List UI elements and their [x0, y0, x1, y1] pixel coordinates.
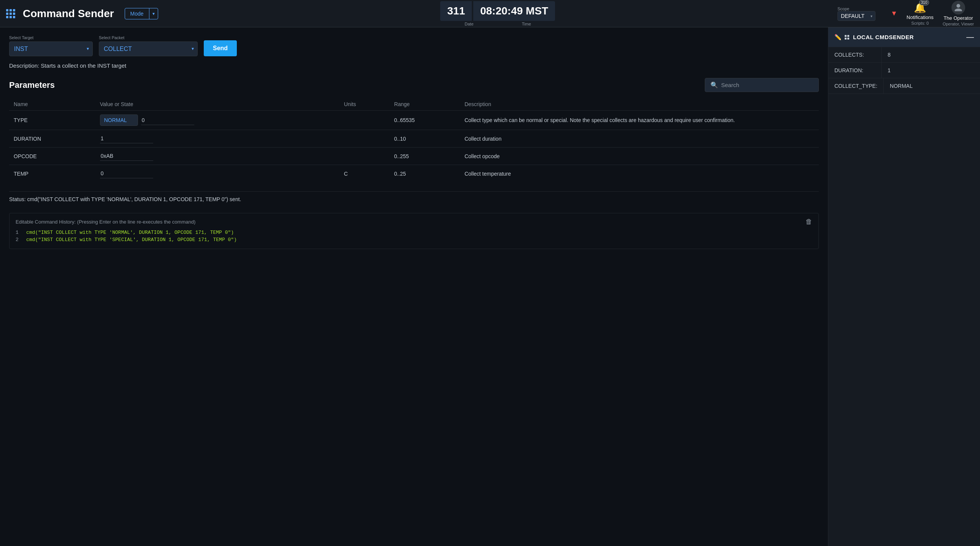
notification-badge: 310: [919, 0, 929, 5]
notifications-sub: Scripts: 0: [911, 21, 929, 25]
scope-wrapper[interactable]: DEFAULT ▾: [837, 11, 875, 21]
app-title: Command Sender: [23, 8, 114, 20]
command-history-line[interactable]: 2cmd("INST COLLECT with TYPE 'SPECIAL', …: [16, 237, 812, 243]
parameters-table: Name Value or State Units Range Descript…: [9, 98, 819, 182]
table-row: OPCODE0..255Collect opcode: [9, 148, 819, 165]
user-sub: Operator, Viewer: [943, 22, 974, 26]
user-avatar: [951, 1, 965, 14]
side-panel-title: LOCAL CMDSENDER: [853, 34, 963, 40]
date-time-display: 311 08:20:49 MST Date Time: [440, 1, 555, 26]
command-history-line[interactable]: 1cmd("INST COLLECT with TYPE 'NORMAL', D…: [16, 230, 812, 236]
command-history-header: Editable Command History: (Pressing Ente…: [16, 218, 812, 226]
command-history: Editable Command History: (Pressing Ente…: [9, 213, 819, 249]
table-header-row: Name Value or State Units Range Descript…: [9, 98, 819, 111]
param-description-cell: Collect temperature: [460, 165, 819, 183]
time-display: 08:20:49 MST: [473, 1, 555, 21]
mode-button-group[interactable]: Mode ▾: [125, 8, 158, 19]
clear-history-button[interactable]: 🗑: [805, 218, 812, 226]
param-description-cell: Collect opcode: [460, 148, 819, 165]
parameters-title: Parameters: [9, 80, 55, 90]
main-layout: Select Target INST ▾ Select Packet COLLE…: [0, 27, 980, 546]
param-description-cell: Collect type which can be normal or spec…: [460, 111, 819, 130]
param-units-cell: [339, 111, 390, 130]
packet-select-group: Select Packet COLLECT ▾: [99, 35, 198, 56]
packet-select-label: Select Packet: [99, 35, 198, 40]
side-panel-row-value: 8: [881, 47, 980, 62]
param-name-cell: TEMP: [9, 165, 95, 183]
col-value: Value or State: [95, 98, 339, 111]
param-value-input[interactable]: [100, 169, 153, 178]
col-description: Description: [460, 98, 819, 111]
col-range: Range: [390, 98, 460, 111]
user-section[interactable]: The Operator Operator, Viewer: [943, 1, 974, 26]
scope-label: Scope: [837, 6, 875, 11]
send-button[interactable]: Send: [204, 40, 237, 56]
command-line-text[interactable]: cmd("INST COLLECT with TYPE 'NORMAL', DU…: [26, 230, 234, 236]
param-value-cell[interactable]: [95, 148, 339, 165]
param-range-cell: 0..255: [390, 148, 460, 165]
mode-dropdown-button[interactable]: ▾: [149, 8, 158, 19]
edit-icon[interactable]: ✏️: [834, 34, 842, 41]
side-panel-row-value: NORMAL: [884, 78, 980, 94]
search-icon: 🔍: [711, 81, 718, 89]
alert-triangle-icon: ▼: [891, 10, 897, 18]
param-name-cell: TYPE: [9, 111, 95, 130]
date-display: 311: [440, 1, 472, 21]
date-label: Date: [440, 22, 498, 26]
param-value-select[interactable]: NORMAL: [100, 115, 138, 126]
notifications-label: Notifications: [907, 14, 934, 20]
side-panel-row-value: 1: [881, 63, 980, 78]
table-row: TYPENORMAL0..65535Collect type which can…: [9, 111, 819, 130]
side-panel-row-label: COLLECTS:: [828, 47, 881, 62]
param-units-cell: [339, 130, 390, 148]
app-header: Command Sender Mode ▾ 311 08:20:49 MST D…: [0, 0, 980, 27]
bell-icon-wrapper[interactable]: 🔔 310: [914, 2, 926, 14]
command-line-text[interactable]: cmd("INST COLLECT with TYPE 'SPECIAL', D…: [26, 237, 237, 243]
target-select-label: Select Target: [9, 35, 93, 40]
param-value-cell[interactable]: [95, 130, 339, 148]
param-range-cell: 0..25: [390, 165, 460, 183]
command-line-number: 2: [16, 237, 22, 243]
side-panel-row: COLLECTS:8: [828, 47, 980, 63]
side-panel-row-label: DURATION:: [828, 63, 881, 78]
user-icon: [954, 3, 963, 12]
value-state-cell: NORMAL: [100, 115, 335, 126]
param-name-cell: OPCODE: [9, 148, 95, 165]
target-select[interactable]: INST: [9, 41, 93, 56]
scope-section: Scope DEFAULT ▾: [837, 6, 875, 21]
notifications-section: 🔔 310 Notifications Scripts: 0: [907, 2, 934, 25]
command-line-number: 1: [16, 230, 22, 236]
command-history-label: Editable Command History: (Pressing Ente…: [16, 219, 196, 225]
user-label: The Operator: [943, 15, 973, 21]
param-value-input[interactable]: [141, 116, 194, 125]
param-name-cell: DURATION: [9, 130, 95, 148]
parameters-search-input[interactable]: [721, 82, 813, 88]
packet-select-wrapper[interactable]: COLLECT ▾: [99, 41, 198, 56]
param-range-cell: 0..65535: [390, 111, 460, 130]
mode-button[interactable]: Mode: [125, 8, 149, 19]
side-panel-row: COLLECT_TYPE:NORMAL: [828, 78, 980, 94]
minimize-panel-button[interactable]: —: [966, 33, 974, 41]
param-value-input[interactable]: [100, 134, 153, 143]
col-name: Name: [9, 98, 95, 111]
param-value-input[interactable]: [100, 151, 153, 161]
table-row: DURATION0..10Collect duration: [9, 130, 819, 148]
parameters-search-box[interactable]: 🔍: [705, 78, 819, 92]
param-units-cell: [339, 148, 390, 165]
param-value-cell[interactable]: [95, 165, 339, 183]
packet-select[interactable]: COLLECT: [99, 41, 198, 56]
param-description-cell: Collect duration: [460, 130, 819, 148]
side-panel-rows: COLLECTS:8DURATION:1COLLECT_TYPE:NORMAL: [828, 47, 980, 546]
grid-view-icon[interactable]: [845, 35, 849, 40]
side-panel-row-label: COLLECT_TYPE:: [828, 78, 884, 94]
main-content: Select Target INST ▾ Select Packet COLLE…: [0, 27, 828, 546]
side-panel-row: DURATION:1: [828, 63, 980, 78]
param-range-cell: 0..10: [390, 130, 460, 148]
target-select-wrapper[interactable]: INST ▾: [9, 41, 93, 56]
status-bar: Status: cmd("INST COLLECT with TYPE 'NOR…: [9, 191, 819, 207]
header-right: ▼ 🔔 310 Notifications Scripts: 0 The Ope…: [891, 1, 974, 26]
command-description: Description: Starts a collect on the INS…: [9, 62, 819, 69]
side-panel-icons: ✏️: [834, 34, 849, 41]
scope-select[interactable]: DEFAULT: [837, 11, 875, 21]
param-value-cell[interactable]: NORMAL: [95, 111, 339, 130]
